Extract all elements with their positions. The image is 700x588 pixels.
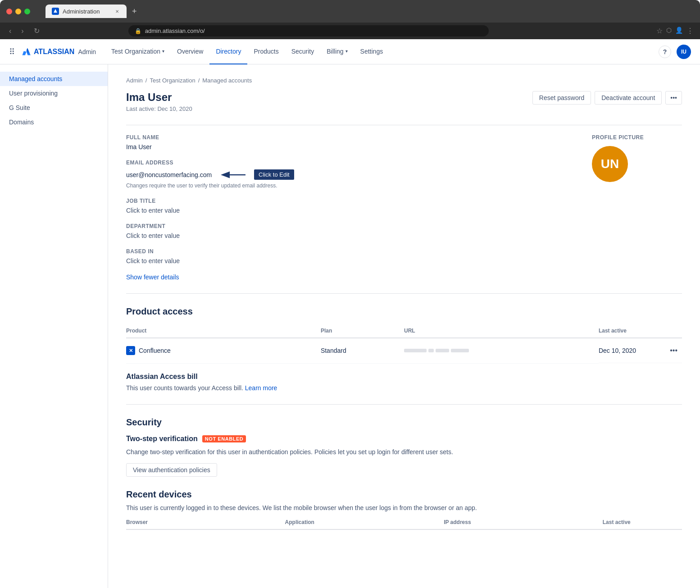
recent-devices-section: Recent devices This user is currently lo… <box>126 489 682 530</box>
email-row: user@noncustomerfacing.com <box>126 169 574 181</box>
based-in-value[interactable]: Click to enter value <box>126 257 574 264</box>
department-field: Department Click to enter value <box>126 223 574 239</box>
sidebar-item-gsuite[interactable]: G Suite <box>0 100 108 115</box>
devices-col-ip: IP address <box>444 519 603 525</box>
close-button[interactable] <box>6 9 12 14</box>
bookmark-icon[interactable]: ☆ <box>656 27 663 35</box>
full-name-field: Full name Ima User <box>126 134 574 150</box>
arrow-icon <box>221 170 248 179</box>
access-bill-section: Atlassian Access bill This user counts t… <box>126 373 682 392</box>
sidebar-item-managed-accounts[interactable]: Managed accounts <box>0 72 108 86</box>
sidebar: Managed accounts User provisioning G Sui… <box>0 64 108 588</box>
recent-devices-title: Recent devices <box>126 489 682 500</box>
show-fewer-details-link[interactable]: Show fewer details <box>126 273 179 281</box>
extensions-icon[interactable]: ⬡ <box>666 27 672 35</box>
product-plan: Standard <box>321 338 404 363</box>
table-row: ✕ Confluence Standard <box>126 338 682 363</box>
two-step-label: Two-step verification <box>126 435 198 443</box>
minimize-button[interactable] <box>15 9 21 14</box>
breadcrumb-section: Managed accounts <box>202 77 252 84</box>
profile-avatar: UN <box>592 146 628 182</box>
job-title-value[interactable]: Click to enter value <box>126 207 574 214</box>
main-nav: Test Organization ▾ Overview Directory P… <box>105 39 659 64</box>
nav-security[interactable]: Security <box>285 39 321 64</box>
menu-icon[interactable]: ⋮ <box>686 27 694 35</box>
atlassian-brand: ATLASSIAN <box>34 48 74 56</box>
section-divider-top <box>126 125 682 125</box>
product-access-title: Product access <box>126 306 682 317</box>
header-actions: ? IU <box>659 45 691 59</box>
reload-button[interactable]: ↻ <box>31 26 42 36</box>
breadcrumb-admin[interactable]: Admin <box>126 77 143 84</box>
based-in-label: Based in <box>126 248 574 255</box>
nav-org[interactable]: Test Organization ▾ <box>105 39 171 64</box>
email-hint: Changes require the user to verify their… <box>126 182 574 189</box>
profile-right: Profile Picture UN <box>592 134 682 281</box>
back-button[interactable]: ‹ <box>6 26 14 36</box>
new-tab-button[interactable]: + <box>128 5 141 18</box>
nav-overview[interactable]: Overview <box>171 39 209 64</box>
view-auth-policies-button[interactable]: View authentication policies <box>126 463 217 477</box>
profile-icon[interactable]: 👤 <box>675 27 683 35</box>
email-field: Email address user@noncustomerfacing.com <box>126 160 574 189</box>
product-name: Confluence <box>139 347 171 354</box>
main-wrapper: Managed accounts User provisioning G Sui… <box>0 64 700 588</box>
department-label: Department <box>126 223 574 229</box>
col-url: URL <box>404 324 599 338</box>
confluence-icon: ✕ <box>126 346 135 355</box>
admin-label: Admin <box>78 48 96 55</box>
tab-close-button[interactable]: ✕ <box>114 8 120 14</box>
traffic-lights <box>6 9 30 14</box>
profile-left: Full name Ima User Email address user@no… <box>126 134 574 281</box>
tab-favicon <box>52 8 59 15</box>
department-value[interactable]: Click to enter value <box>126 232 574 239</box>
chevron-down-icon: ▾ <box>162 49 164 54</box>
devices-col-application: Application <box>285 519 444 525</box>
full-name-value: Ima User <box>126 143 574 150</box>
maximize-button[interactable] <box>24 9 30 14</box>
browser-tab[interactable]: Administration ✕ <box>45 5 127 18</box>
col-plan: Plan <box>321 324 404 338</box>
learn-more-link[interactable]: Learn more <box>245 384 277 392</box>
job-title-field: Job title Click to enter value <box>126 198 574 214</box>
address-bar[interactable]: 🔒 admin.atlassian.com/o/ <box>128 25 489 36</box>
security-section: Security Two-step verification NOT ENABL… <box>126 417 682 477</box>
full-name-label: Full name <box>126 134 574 141</box>
section-divider-3 <box>126 404 682 405</box>
url-text: admin.atlassian.com/o/ <box>145 27 205 34</box>
grid-icon[interactable]: ⠿ <box>9 47 15 57</box>
based-in-field: Based in Click to enter value <box>126 248 574 264</box>
user-header: Ima User Last active: Dec 10, 2020 Reset… <box>126 91 682 112</box>
more-actions-button[interactable]: ••• <box>665 91 682 105</box>
breadcrumb: Admin / Test Organization / Managed acco… <box>126 77 682 84</box>
product-name-cell: ✕ Confluence <box>126 346 321 355</box>
breadcrumb-sep-1: / <box>145 77 147 84</box>
product-table: Product Plan URL Last active ✕ Confluenc… <box>126 324 682 364</box>
app-header: ⠿ ATLASSIAN Admin Test Organization ▾ Ov… <box>0 39 700 64</box>
devices-table-header: Browser Application IP address Last acti… <box>126 519 682 530</box>
nav-products[interactable]: Products <box>247 39 285 64</box>
nav-settings[interactable]: Settings <box>354 39 390 64</box>
click-to-edit-callout: Click to Edit <box>253 169 295 181</box>
product-more-button[interactable]: ••• <box>665 344 682 357</box>
profile-picture-label: Profile Picture <box>592 134 682 141</box>
sidebar-item-domains[interactable]: Domains <box>0 115 108 129</box>
nav-billing[interactable]: Billing ▾ <box>320 39 354 64</box>
atlassian-logo: ATLASSIAN <box>20 46 74 57</box>
access-bill-title: Atlassian Access bill <box>126 373 682 381</box>
user-last-active: Last active: Dec 10, 2020 <box>126 105 192 112</box>
deactivate-account-button[interactable]: Deactivate account <box>595 91 662 105</box>
reset-password-button[interactable]: Reset password <box>532 91 591 105</box>
email-value: user@noncustomerfacing.com <box>126 171 212 178</box>
forward-button[interactable]: › <box>18 26 26 36</box>
job-title-label: Job title <box>126 198 574 204</box>
breadcrumb-org[interactable]: Test Organization <box>150 77 195 84</box>
recent-devices-desc: This user is currently logged in to thes… <box>126 503 682 513</box>
sidebar-item-user-provisioning[interactable]: User provisioning <box>0 86 108 100</box>
main-content: Admin / Test Organization / Managed acco… <box>108 64 700 588</box>
devices-col-last-active: Last active <box>603 519 682 525</box>
help-button[interactable]: ? <box>659 46 671 58</box>
product-last-active: Dec 10, 2020 <box>599 347 636 354</box>
user-avatar[interactable]: IU <box>677 45 691 59</box>
nav-directory[interactable]: Directory <box>209 39 247 64</box>
